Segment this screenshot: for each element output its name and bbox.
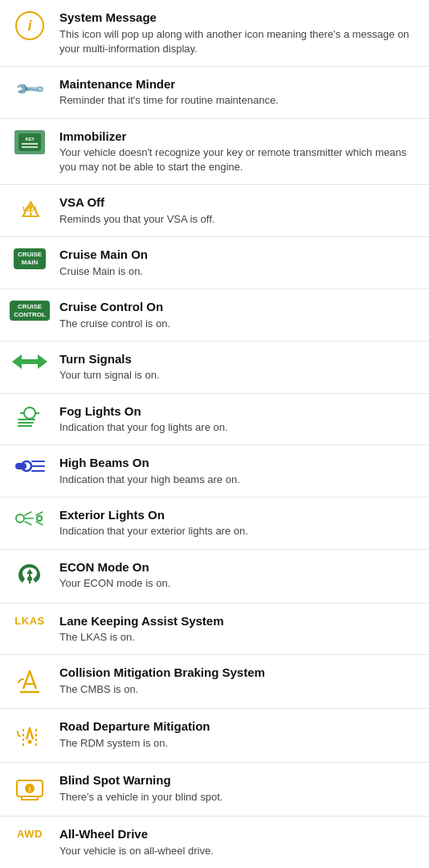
item-desc-rdm: The RDM system is on. bbox=[59, 736, 418, 751]
item-desc-vsa-off: Reminds you that your VSA is off. bbox=[59, 212, 418, 227]
list-item-cruise-main-on: CRUISEMAINCruise Main OnCruise Main is o… bbox=[0, 237, 429, 289]
item-title-vsa-off: VSA Off bbox=[59, 194, 418, 211]
list-item-econ-mode-on: ECON Mode OnYour ECON mode is on. bbox=[0, 550, 429, 604]
item-desc-maintenance-minder: Reminder that it's time for routine main… bbox=[59, 93, 418, 108]
item-title-maintenance-minder: Maintenance Minder bbox=[59, 76, 418, 92]
svg-point-8 bbox=[24, 407, 35, 419]
svg-point-24 bbox=[38, 517, 41, 520]
text-col-awd: All-Wheel DriveYour vehicle is on all-wh… bbox=[59, 826, 418, 858]
text-col-vsa-off: VSA OffReminds you that your VSA is off. bbox=[59, 194, 418, 227]
svg-marker-7 bbox=[30, 354, 47, 369]
item-desc-awd: Your vehicle is on all-wheel drive. bbox=[59, 844, 418, 858]
rdm-icon bbox=[11, 719, 48, 752]
list-item-awd: AWDAll-Wheel DriveYour vehicle is on all… bbox=[0, 817, 429, 868]
item-desc-cruise-control-on: The cruise control is on. bbox=[59, 317, 418, 331]
system-message-icon: i bbox=[11, 10, 48, 40]
text-col-cruise-main-on: Cruise Main OnCruise Main is on. bbox=[59, 247, 418, 279]
item-title-cruise-main-on: Cruise Main On bbox=[59, 247, 418, 263]
text-col-fog-lights-on: Fog Lights OnIndication that your fog li… bbox=[59, 403, 418, 436]
item-desc-cmbs: The CMBS is on. bbox=[59, 682, 418, 697]
item-desc-lkas: The LKAS is on. bbox=[59, 630, 418, 645]
maintenance-minder-icon: 🔧 bbox=[11, 76, 48, 100]
vsa-off-icon: ⚠ VSA bbox=[11, 194, 48, 227]
item-title-high-beams-on: High Beams On bbox=[59, 455, 418, 471]
text-col-maintenance-minder: Maintenance MinderReminder that it's tim… bbox=[59, 76, 418, 108]
exterior-lights-on-icon bbox=[11, 507, 48, 531]
svg-text:VSA: VSA bbox=[22, 205, 38, 213]
text-col-rdm: Road Departure MitigationThe RDM system … bbox=[59, 719, 418, 751]
item-title-immobilizer: Immobilizer bbox=[59, 129, 418, 145]
list-item-fog-lights-on: Fog Lights OnIndication that your fog li… bbox=[0, 394, 429, 446]
item-desc-high-beams-on: Indication that your high beams are on. bbox=[59, 473, 418, 487]
item-title-turn-signals: Turn Signals bbox=[59, 351, 418, 367]
item-desc-exterior-lights-on: Indication that your exterior lights are… bbox=[59, 524, 418, 538]
text-col-immobilizer: ImmobilizerYour vehicle doesn't recogniz… bbox=[59, 129, 418, 175]
awd-icon-shape: AWD bbox=[17, 828, 43, 840]
text-col-cmbs: Collision Mitigation Braking SystemThe C… bbox=[59, 665, 418, 697]
cmbs-icon bbox=[11, 665, 48, 698]
item-desc-econ-mode-on: Your ECON mode is on. bbox=[59, 576, 418, 591]
item-title-exterior-lights-on: Exterior Lights On bbox=[59, 507, 418, 523]
item-title-cruise-control-on: Cruise Control On bbox=[59, 299, 418, 315]
exterior-icon-shape bbox=[12, 509, 47, 531]
text-col-high-beams-on: High Beams OnIndication that your high b… bbox=[59, 455, 418, 487]
svg-text:!: ! bbox=[29, 785, 31, 793]
svg-point-19 bbox=[16, 514, 24, 522]
text-col-system-message: System MessageThis icon will pop up alon… bbox=[59, 10, 418, 56]
list-item-turn-signals: Turn SignalsYour turn signal is on. bbox=[0, 342, 429, 394]
item-desc-immobilizer: Your vehicle doesn't recognize your key … bbox=[59, 145, 418, 174]
svg-line-26 bbox=[36, 522, 43, 525]
list-item-system-message: iSystem MessageThis icon will pop up alo… bbox=[0, 0, 429, 67]
item-title-bsw: Blind Spot Warning bbox=[59, 772, 418, 788]
item-title-fog-lights-on: Fog Lights On bbox=[59, 403, 418, 420]
fog-icon-shape bbox=[15, 405, 44, 432]
vsa-icon-shape: ⚠ VSA bbox=[16, 196, 43, 227]
econ-icon-shape bbox=[15, 561, 44, 593]
svg-line-22 bbox=[25, 522, 31, 525]
list-item-lkas: LKASLane Keeping Assist SystemThe LKAS i… bbox=[0, 604, 429, 656]
item-desc-fog-lights-on: Indication that your fog lights are on. bbox=[59, 420, 418, 435]
list-item-immobilizer: KEY ImmobilizerYour vehicle doesn't reco… bbox=[0, 119, 429, 186]
lkas-icon: LKAS bbox=[11, 613, 48, 627]
text-col-exterior-lights-on: Exterior Lights OnIndication that your e… bbox=[59, 507, 418, 539]
cruise-control-on-icon: CRUISECONTROL bbox=[11, 299, 48, 321]
svg-line-20 bbox=[25, 512, 31, 515]
immobilizer-icon-shape: KEY bbox=[14, 130, 45, 154]
text-col-bsw: Blind Spot WarningThere's a vehicle in y… bbox=[59, 772, 418, 805]
item-desc-cruise-main-on: Cruise Main is on. bbox=[59, 264, 418, 279]
svg-text:KEY: KEY bbox=[26, 137, 35, 141]
item-desc-turn-signals: Your turn signal is on. bbox=[59, 368, 418, 383]
list-item-rdm: Road Departure MitigationThe RDM system … bbox=[0, 709, 429, 763]
lkas-icon-shape: LKAS bbox=[14, 615, 44, 627]
item-desc-bsw: There's a vehicle in your blind spot. bbox=[59, 790, 418, 805]
immobilizer-icon: KEY bbox=[11, 129, 48, 154]
text-col-econ-mode-on: ECON Mode OnYour ECON mode is on. bbox=[59, 559, 418, 592]
system-message-icon-shape: i bbox=[15, 11, 44, 40]
awd-icon: AWD bbox=[11, 826, 48, 840]
text-col-turn-signals: Turn SignalsYour turn signal is on. bbox=[59, 351, 418, 383]
highbeam-icon-shape bbox=[14, 457, 45, 479]
cmbs-icon-shape bbox=[15, 666, 44, 698]
item-title-awd: All-Wheel Drive bbox=[59, 826, 418, 842]
bsw-icon: ! bbox=[11, 772, 48, 806]
cruise-main-on-icon: CRUISEMAIN bbox=[11, 247, 48, 268]
item-title-lkas: Lane Keeping Assist System bbox=[59, 613, 418, 629]
cruise-ctrl-icon-shape: CRUISECONTROL bbox=[10, 301, 50, 321]
turn-signals-icon bbox=[11, 351, 48, 374]
list-item-cruise-control-on: CRUISECONTROLCruise Control OnThe cruise… bbox=[0, 289, 429, 342]
svg-point-27 bbox=[27, 576, 32, 581]
list-item-exterior-lights-on: Exterior Lights OnIndication that your e… bbox=[0, 497, 429, 550]
fog-lights-on-icon bbox=[11, 403, 48, 432]
text-col-cruise-control-on: Cruise Control OnThe cruise control is o… bbox=[59, 299, 418, 331]
list-item-cmbs: Collision Mitigation Braking SystemThe C… bbox=[0, 655, 429, 709]
wrench-icon-shape: 🔧 bbox=[13, 72, 46, 105]
item-title-rdm: Road Departure Mitigation bbox=[59, 719, 418, 735]
cruise-main-icon-shape: CRUISEMAIN bbox=[14, 248, 46, 268]
svg-point-32 bbox=[28, 740, 32, 744]
item-title-system-message: System Message bbox=[59, 10, 418, 26]
econ-mode-on-icon bbox=[11, 559, 48, 593]
list-item-bsw: ! Blind Spot WarningThere's a vehicle in… bbox=[0, 763, 429, 817]
item-title-econ-mode-on: ECON Mode On bbox=[59, 559, 418, 575]
bsw-icon-shape: ! bbox=[15, 774, 44, 806]
item-desc-system-message: This icon will pop up along with another… bbox=[59, 27, 418, 56]
